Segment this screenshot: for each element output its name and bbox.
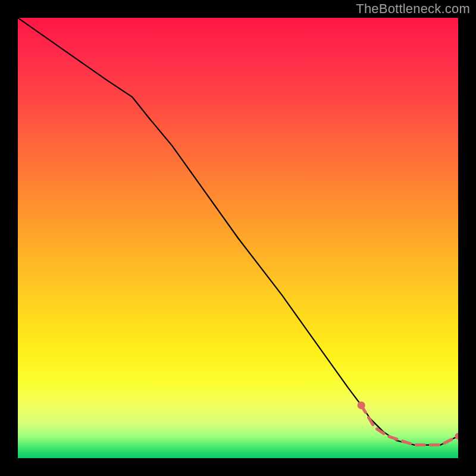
- chart-container: TheBottleneck.com: [0, 0, 476, 476]
- bottleneck-curve-line: [18, 18, 458, 445]
- chart-svg: [18, 18, 458, 458]
- marker-start-dot: [358, 402, 365, 409]
- watermark-label: TheBottleneck.com: [356, 1, 470, 17]
- plot-area: [18, 18, 458, 458]
- marker-end-dot: [455, 433, 459, 440]
